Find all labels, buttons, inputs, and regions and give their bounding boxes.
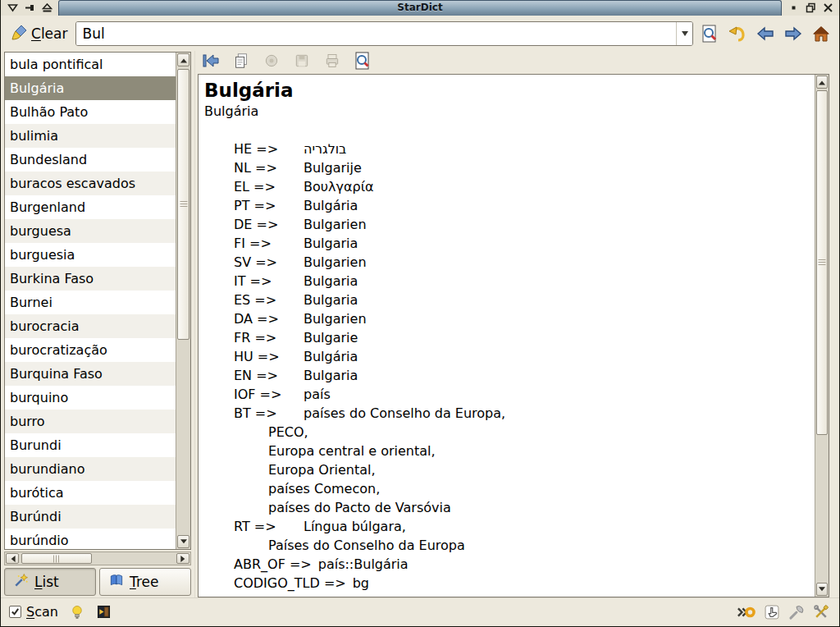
- view-tabs: List Tree: [4, 568, 191, 596]
- scan-toggle[interactable]: Scan: [9, 604, 58, 620]
- definition-line: BT =>países do Conselho da Europa,: [204, 404, 815, 423]
- list-item[interactable]: Burnei: [5, 291, 176, 314]
- translation-value: Bulgaria: [304, 236, 358, 251]
- tab-list[interactable]: List: [4, 568, 96, 596]
- translation-value: Bulgarie: [304, 330, 358, 346]
- definition-line: PT =>Bulgária: [204, 196, 815, 215]
- wrench-icon[interactable]: [788, 604, 805, 620]
- print-button[interactable]: [322, 52, 342, 71]
- tools-icon[interactable]: [813, 604, 829, 620]
- list-item[interactable]: buracos escavados: [5, 172, 176, 195]
- minimize-icon[interactable]: [788, 2, 799, 14]
- search-input[interactable]: [76, 22, 676, 45]
- list-item[interactable]: Burúndi: [5, 505, 176, 529]
- bulb-icon[interactable]: [70, 604, 84, 620]
- scroll-right-icon[interactable]: [176, 553, 189, 564]
- back-button[interactable]: [754, 21, 777, 46]
- list-item[interactable]: bulimia: [5, 124, 176, 148]
- dropdown-arrow-icon[interactable]: [676, 22, 692, 45]
- scan-checkbox[interactable]: [9, 606, 21, 618]
- tab-tree[interactable]: Tree: [99, 568, 191, 596]
- list-item[interactable]: burguesia: [5, 243, 176, 267]
- list-item[interactable]: Burgenland: [5, 195, 176, 219]
- forward-button[interactable]: [782, 21, 805, 46]
- home-button[interactable]: [810, 21, 833, 46]
- definition-line: DA =>Bulgarien: [204, 309, 815, 328]
- lang-code: DA =>: [234, 309, 304, 328]
- translation-value: Bulgaria: [304, 273, 358, 289]
- translation-value: países Comecon,: [268, 481, 380, 497]
- scroll-up-icon[interactable]: [177, 53, 189, 66]
- jump-first-button[interactable]: [201, 52, 221, 71]
- word-list-hscroll-thumb[interactable]: [21, 553, 92, 564]
- list-item[interactable]: bula pontifical: [5, 53, 176, 76]
- clear-button[interactable]: Clear: [7, 21, 71, 46]
- book-icon: [108, 572, 125, 592]
- list-item[interactable]: burúndio: [5, 529, 176, 549]
- word-list-hscrollbar[interactable]: [4, 551, 191, 565]
- click-cursor-icon[interactable]: [764, 604, 780, 620]
- close-icon[interactable]: [822, 2, 833, 14]
- definition-line: SV =>Bulgarien: [204, 253, 815, 272]
- headword: Bulgária: [204, 79, 815, 102]
- back-icon: [756, 24, 775, 43]
- scan-badge-icon[interactable]: [736, 604, 756, 620]
- definition-line: FR =>Bulgarie: [204, 328, 815, 347]
- scroll-left-icon[interactable]: [6, 553, 19, 564]
- list-item[interactable]: Bulgária: [5, 76, 176, 100]
- brush-icon: [11, 23, 29, 44]
- list-item[interactable]: Bundesland: [5, 148, 176, 172]
- word-list: bula pontifical Bulgária Bulhão Pato bul…: [5, 53, 176, 549]
- list-item[interactable]: burocracia: [5, 314, 176, 338]
- lang-code: PT =>: [234, 196, 304, 215]
- list-item[interactable]: burro: [5, 410, 176, 433]
- search-article-button[interactable]: [353, 52, 372, 71]
- list-item[interactable]: burguesa: [5, 219, 176, 243]
- article-vscroll-thumb[interactable]: [816, 90, 828, 435]
- undo-button[interactable]: [726, 21, 749, 46]
- scan-label: Scan: [26, 604, 58, 620]
- article-scroll-down-icon[interactable]: [816, 583, 828, 596]
- translation-value: Europa Oriental,: [268, 462, 376, 478]
- list-item-label: Burundi: [10, 437, 62, 453]
- find-button[interactable]: [698, 21, 721, 46]
- list-item[interactable]: Burundi: [5, 433, 176, 457]
- save-button[interactable]: [292, 52, 312, 71]
- copy-button[interactable]: [231, 52, 251, 71]
- translation-value: Bulgarije: [304, 160, 362, 176]
- list-item-label: Bulhão Pato: [10, 104, 88, 120]
- word-list-vscroll-thumb[interactable]: [177, 69, 189, 340]
- word-list-vscrollbar[interactable]: [176, 53, 190, 549]
- translation-value: Bulgarien: [304, 217, 367, 232]
- translation-value: Bulgaria: [304, 368, 358, 383]
- scroll-down-icon[interactable]: [177, 535, 189, 548]
- list-item[interactable]: Bulhão Pato: [5, 100, 176, 124]
- panel-divider: [194, 51, 195, 597]
- article-vscrollbar[interactable]: [815, 75, 829, 597]
- article-scroll-up-icon[interactable]: [816, 76, 828, 89]
- shade-icon[interactable]: [41, 2, 52, 14]
- pin-icon[interactable]: [24, 2, 35, 14]
- definition-line: ES =>Bulgaria: [204, 291, 815, 309]
- list-item[interactable]: burundiano: [5, 457, 176, 481]
- search-article-icon: [353, 51, 372, 73]
- exit-icon[interactable]: [96, 604, 112, 620]
- list-item[interactable]: burquino: [5, 386, 176, 410]
- window-menu-icon[interactable]: [7, 2, 18, 14]
- sound-button[interactable]: [262, 52, 281, 71]
- list-item-label: burundiano: [10, 461, 85, 477]
- definition-line: FI =>Bulgaria: [204, 234, 815, 253]
- search-entry: [75, 21, 693, 46]
- list-item[interactable]: Burquina Faso: [5, 362, 176, 386]
- restore-icon[interactable]: [805, 2, 816, 14]
- definition-lines: HE =>בולגריה NL =>Bulgarije EL =>Βουλγαρ…: [204, 140, 815, 593]
- list-item[interactable]: burótica: [5, 481, 176, 505]
- statusbar-right-icons: [736, 598, 829, 625]
- jump-first-icon: [201, 51, 221, 73]
- translation-value: países do Pacto de Varsóvia: [268, 500, 451, 515]
- list-item-label: Burkina Faso: [10, 271, 94, 286]
- article-panel: Bulgária Bulgária HE =>בולגריה NL =>Bulg…: [198, 74, 829, 597]
- list-item[interactable]: Burkina Faso: [5, 267, 176, 291]
- list-item[interactable]: burocratização: [5, 338, 176, 362]
- lang-code: CODIGO_TLD =>: [234, 574, 353, 593]
